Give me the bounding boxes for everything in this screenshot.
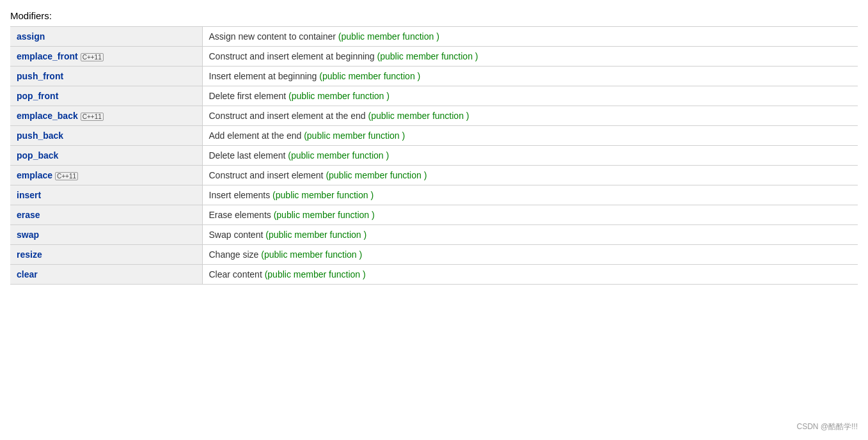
desc-green-text: (public member function ) — [288, 91, 390, 101]
table-row: push_frontInsert element at beginning (p… — [10, 67, 858, 86]
desc-green-text: (public member function ) — [304, 130, 405, 141]
name-cell: erase — [10, 205, 202, 225]
function-name-link[interactable]: emplace_front — [17, 51, 78, 61]
name-cell: insert — [10, 185, 202, 205]
table-row: insertInsert elements (public member fun… — [10, 185, 858, 205]
desc-plain-text: Clear content — [209, 269, 265, 279]
section-title: Modifiers: — [10, 10, 858, 21]
desc-plain-text: Change size — [209, 249, 262, 260]
desc-green-text: (public member function ) — [377, 51, 478, 61]
function-name-link[interactable]: swap — [17, 230, 39, 240]
watermark: CSDN @酷酷学!!! — [796, 421, 858, 432]
function-name-link[interactable]: erase — [17, 210, 40, 220]
desc-cell: Change size (public member function ) — [202, 245, 858, 265]
name-cell: pop_back — [10, 146, 202, 166]
desc-cell: Delete last element (public member funct… — [202, 146, 858, 166]
desc-plain-text: Assign new content to container — [209, 31, 338, 42]
desc-cell: Construct and insert element at the end … — [202, 106, 858, 126]
desc-green-text: (public member function ) — [265, 230, 367, 240]
function-name-link[interactable]: pop_front — [17, 91, 58, 101]
desc-cell: Construct and insert element at beginnin… — [202, 47, 858, 67]
table-row: clearClear content (public member functi… — [10, 265, 858, 285]
name-cell: resize — [10, 245, 202, 265]
function-name-link[interactable]: insert — [17, 190, 41, 200]
desc-green-text: (public member function ) — [326, 170, 427, 180]
desc-plain-text: Construct and insert element — [209, 170, 326, 180]
desc-plain-text: Construct and insert element at the end — [209, 111, 368, 121]
desc-plain-text: Construct and insert element at beginnin… — [209, 51, 377, 61]
name-cell: swap — [10, 225, 202, 245]
desc-green-text: (public member function ) — [274, 210, 375, 220]
name-cell: push_front — [10, 67, 202, 86]
function-name-link[interactable]: push_back — [17, 130, 63, 141]
desc-cell: Insert elements (public member function … — [202, 185, 858, 205]
desc-green-text: (public member function ) — [265, 269, 366, 279]
desc-green-text: (public member function ) — [338, 31, 439, 42]
desc-green-text: (public member function ) — [288, 150, 389, 161]
table-row: push_backAdd element at the end (public … — [10, 126, 858, 146]
table-row: resizeChange size (public member functio… — [10, 245, 858, 265]
name-cell: emplace_frontC++11 — [10, 47, 202, 67]
desc-cell: Add element at the end (public member fu… — [202, 126, 858, 146]
desc-plain-text: Insert element at beginning — [209, 71, 320, 81]
name-cell: emplaceC++11 — [10, 166, 202, 185]
cpp11-badge: C++11 — [55, 172, 78, 180]
desc-green-text: (public member function ) — [368, 111, 470, 121]
function-name-link[interactable]: clear — [17, 269, 38, 279]
desc-cell: Swap content (public member function ) — [202, 225, 858, 245]
name-cell: clear — [10, 265, 202, 285]
name-cell: assign — [10, 27, 202, 47]
function-name-link[interactable]: resize — [17, 249, 42, 260]
table-row: pop_backDelete last element (public memb… — [10, 146, 858, 166]
function-name-link[interactable]: assign — [17, 31, 45, 42]
desc-cell: Construct and insert element (public mem… — [202, 166, 858, 185]
table-row: emplaceC++11Construct and insert element… — [10, 166, 858, 185]
desc-plain-text: Delete first element — [209, 91, 289, 101]
desc-cell: Assign new content to container (public … — [202, 27, 858, 47]
function-name-link[interactable]: push_front — [17, 71, 63, 81]
desc-green-text: (public member function ) — [272, 190, 374, 200]
cpp11-badge: C++11 — [81, 113, 104, 121]
desc-plain-text: Swap content — [209, 230, 266, 240]
table-row: emplace_backC++11Construct and insert el… — [10, 106, 858, 126]
desc-plain-text: Delete last element — [209, 150, 288, 161]
desc-plain-text: Erase elements — [209, 210, 274, 220]
table-row: assignAssign new content to container (p… — [10, 27, 858, 47]
function-name-link[interactable]: emplace_back — [17, 111, 78, 121]
function-name-link[interactable]: emplace — [17, 170, 52, 180]
function-name-link[interactable]: pop_back — [17, 150, 58, 161]
name-cell: push_back — [10, 126, 202, 146]
desc-cell: Erase elements (public member function ) — [202, 205, 858, 225]
modifiers-table: assignAssign new content to container (p… — [10, 26, 858, 285]
desc-cell: Insert element at beginning (public memb… — [202, 67, 858, 86]
table-row: emplace_frontC++11Construct and insert e… — [10, 47, 858, 67]
desc-green-text: (public member function ) — [261, 249, 362, 260]
desc-cell: Delete first element (public member func… — [202, 86, 858, 106]
table-row: pop_frontDelete first element (public me… — [10, 86, 858, 106]
table-row: swapSwap content (public member function… — [10, 225, 858, 245]
desc-green-text: (public member function ) — [319, 71, 420, 81]
desc-cell: Clear content (public member function ) — [202, 265, 858, 285]
desc-plain-text: Add element at the end — [209, 130, 304, 141]
desc-plain-text: Insert elements — [209, 190, 273, 200]
name-cell: emplace_backC++11 — [10, 106, 202, 126]
table-row: eraseErase elements (public member funct… — [10, 205, 858, 225]
cpp11-badge: C++11 — [81, 53, 104, 61]
name-cell: pop_front — [10, 86, 202, 106]
